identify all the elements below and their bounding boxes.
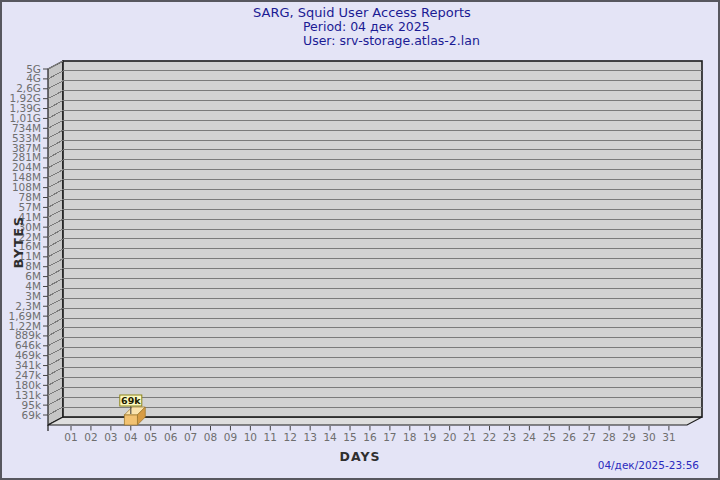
x-tick-label: 15 <box>343 431 356 443</box>
x-tick-label: 09 <box>224 431 237 443</box>
y-tick-label: 69k <box>22 409 42 421</box>
sarg-report-image: SARG, Squid User Access Reports Period: … <box>0 0 720 480</box>
x-tick-label: 11 <box>264 431 277 443</box>
x-tick-label: 17 <box>383 431 396 443</box>
callout-value: 69k <box>121 395 141 406</box>
x-tick-label: 29 <box>622 431 635 443</box>
bytes-per-day-bar-chart: 5G4G2,6G1,92G1,39G1,01G734M533M387M281M2… <box>2 2 720 480</box>
x-tick-label: 02 <box>84 431 97 443</box>
x-tick-label: 04 <box>124 431 138 443</box>
x-axis-labels: 0102030405060708091011121314151617181920… <box>48 425 676 443</box>
x-tick-label: 25 <box>543 431 556 443</box>
x-axis-title: DAYS <box>340 449 381 464</box>
x-tick-label: 30 <box>642 431 655 443</box>
x-tick-label: 23 <box>503 431 516 443</box>
x-tick-label: 27 <box>582 431 595 443</box>
x-tick-label: 12 <box>284 431 297 443</box>
x-tick-label: 07 <box>184 431 197 443</box>
x-tick-label: 31 <box>662 431 675 443</box>
bar-front-face <box>124 415 137 425</box>
x-tick-label: 24 <box>523 431 537 443</box>
x-tick-label: 01 <box>64 431 77 443</box>
x-tick-label: 21 <box>463 431 476 443</box>
x-tick-label: 08 <box>204 431 217 443</box>
x-tick-label: 19 <box>423 431 436 443</box>
x-tick-label: 06 <box>164 431 178 443</box>
x-tick-label: 18 <box>403 431 416 443</box>
x-tick-label: 13 <box>303 431 316 443</box>
x-tick-label: 03 <box>104 431 117 443</box>
x-tick-label: 22 <box>483 431 496 443</box>
x-tick-label: 20 <box>443 431 456 443</box>
x-tick-label: 05 <box>144 431 157 443</box>
3d-floor <box>48 417 702 425</box>
y-axis-title: BYTES <box>11 215 26 268</box>
x-tick-label: 14 <box>323 431 337 443</box>
x-tick-label: 10 <box>244 431 257 443</box>
x-tick-label: 28 <box>602 431 615 443</box>
x-tick-label: 16 <box>363 431 377 443</box>
x-tick-label: 26 <box>563 431 577 443</box>
generation-timestamp: 04/дек/2025-23:56 <box>598 459 699 471</box>
